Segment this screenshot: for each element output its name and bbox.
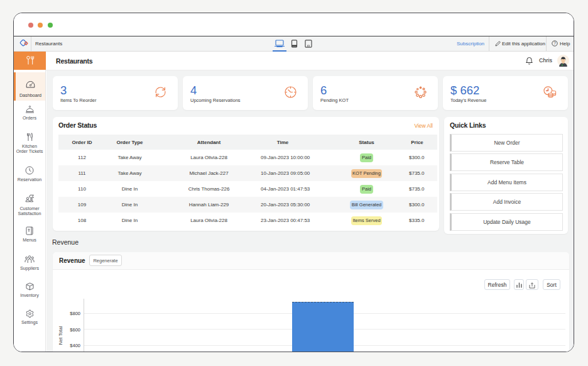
svg-text:?: ? xyxy=(553,41,556,45)
